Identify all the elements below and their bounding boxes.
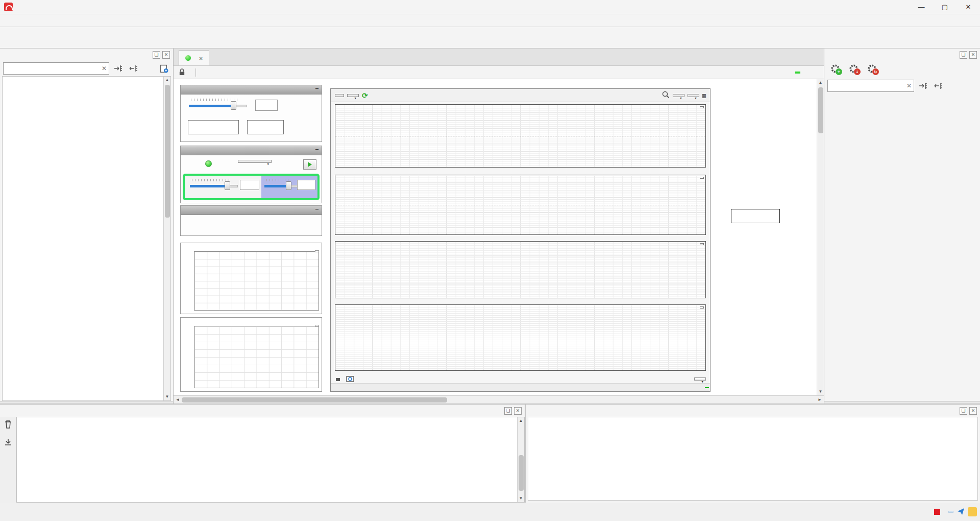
collapse-all-icon[interactable] [933, 80, 945, 92]
plook-graph[interactable] [180, 243, 322, 314]
tab-close-icon[interactable]: ✕ [199, 55, 203, 62]
scope-mode-combo[interactable] [347, 94, 359, 97]
panel-float-icon[interactable]: ❏ [504, 407, 512, 415]
scope-pwm-plot [335, 304, 706, 371]
capture-scope-widget[interactable]: ⟳ ▦ [330, 88, 710, 392]
history-view-panel: ❏ ✕ [526, 405, 980, 503]
widget-minimize-icon[interactable]: — [315, 206, 318, 212]
tab-status-icon [185, 55, 191, 61]
scope-refresh-icon[interactable]: ⟳ [362, 91, 368, 100]
app-icon [4, 3, 13, 11]
layout-combo[interactable] [694, 377, 706, 381]
close-button[interactable]: ✕ [957, 0, 980, 14]
vpp-slider[interactable] [188, 99, 248, 112]
realtime-indicator-icon [934, 509, 940, 515]
settings-add-button[interactable]: + [828, 62, 842, 75]
enable-combo[interactable] [238, 160, 272, 163]
signals-button[interactable] [335, 94, 344, 97]
clear-search-icon[interactable]: ✕ [906, 82, 912, 89]
model-settings-panel: ❏ ✕ + ↓ ↻ ✕ [824, 49, 980, 404]
library-scrollbar[interactable]: ▲▼ [163, 77, 170, 400]
settings-export-button[interactable]: ↓ [847, 62, 860, 75]
scope-snapshot-icon[interactable] [346, 375, 354, 383]
scope-pq-plot [335, 241, 706, 298]
preset-combo[interactable] [688, 94, 699, 97]
message-log-panel: ❏ ✕ ▲▼ [0, 405, 526, 503]
library-tree: ▲▼ [2, 76, 171, 401]
pref-slider[interactable] [189, 179, 239, 192]
init-run-button[interactable] [303, 159, 316, 170]
trigger-badge [705, 387, 709, 388]
display-value [731, 209, 780, 223]
qref-selection [261, 176, 317, 198]
log-scrollbar[interactable]: ▲▼ [517, 417, 524, 502]
collapse-all-icon[interactable] [128, 62, 140, 75]
canvas-hscrollbar[interactable]: ◄► [174, 395, 824, 404]
panel-close-icon[interactable]: ✕ [514, 407, 522, 415]
panel-tab-bar: ✕ [174, 49, 824, 66]
panel-float-icon[interactable]: ❏ [960, 407, 967, 415]
expand-all-icon[interactable] [112, 62, 125, 75]
library-preview-icon[interactable] [158, 62, 170, 75]
pq-control-group [183, 174, 320, 200]
pref-value[interactable] [240, 180, 259, 190]
widget-minimize-icon[interactable]: — [315, 147, 318, 152]
minimize-button[interactable]: — [910, 0, 933, 14]
clear-log-icon[interactable] [4, 420, 12, 431]
frequency-display [188, 120, 239, 134]
qlook-graph[interactable] [180, 317, 322, 392]
display-widget[interactable] [731, 209, 780, 225]
tray-notification-icon[interactable] [968, 507, 977, 516]
scope-current-plot [335, 175, 706, 235]
library-search-input[interactable] [6, 65, 102, 72]
pwms-widget[interactable]: — [180, 205, 322, 236]
qlook-plot-area [194, 326, 319, 388]
panel-lock-bar [174, 66, 824, 79]
component-search-input[interactable] [830, 82, 906, 89]
qref-slider[interactable] [263, 179, 300, 192]
expand-all-icon[interactable] [917, 80, 929, 92]
main-toolbar [0, 27, 980, 49]
active-badge [795, 72, 800, 74]
panel-close-icon[interactable]: ✕ [969, 407, 977, 415]
vpp-value[interactable] [255, 100, 278, 111]
model-tree [826, 94, 978, 401]
status-bar [0, 503, 980, 520]
widget-minimize-icon[interactable]: — [315, 86, 318, 91]
title-bar: — ▢ ✕ [0, 0, 980, 14]
canvas-vscrollbar[interactable]: ▲▼ [817, 79, 824, 395]
grid-led [205, 160, 212, 167]
qref-value[interactable] [297, 180, 315, 190]
panel-float-icon[interactable]: ❏ [153, 51, 160, 59]
voltage-display [247, 120, 284, 134]
clear-search-icon[interactable]: ✕ [102, 65, 107, 72]
panel-canvas[interactable]: — — [174, 79, 824, 395]
plook-plot-area [194, 251, 319, 311]
panel-editor: ✕ — [174, 49, 824, 404]
settings-reload-button[interactable]: ↻ [865, 62, 878, 75]
scope-cursor-icon[interactable] [335, 375, 342, 383]
panel-close-icon[interactable]: ✕ [969, 51, 977, 59]
export-log-icon[interactable] [4, 438, 12, 448]
maximize-button[interactable]: ▢ [933, 0, 957, 14]
menu-bar [0, 14, 980, 27]
grid-monitor-widget[interactable]: — [180, 85, 322, 142]
panel-close-icon[interactable]: ✕ [162, 51, 170, 59]
scope-zoom-icon[interactable] [662, 91, 670, 100]
scope-settings-icon[interactable]: ▦ [702, 92, 706, 99]
ime-indicator[interactable] [948, 511, 953, 513]
panel-tab[interactable]: ✕ [179, 50, 209, 65]
library-search[interactable]: ✕ [3, 62, 109, 75]
component-search[interactable]: ✕ [827, 80, 914, 92]
tray-message-icon[interactable] [956, 507, 965, 516]
timebase-combo[interactable] [673, 94, 684, 97]
inverter-widget[interactable]: — [180, 146, 322, 203]
message-log-list[interactable]: ▲▼ [16, 417, 525, 503]
lock-icon[interactable] [179, 68, 185, 76]
library-panel: ❏ ✕ ✕ ▲▼ [0, 49, 174, 404]
scope-voltage-plot [335, 104, 706, 168]
panel-float-icon[interactable]: ❏ [960, 51, 967, 59]
